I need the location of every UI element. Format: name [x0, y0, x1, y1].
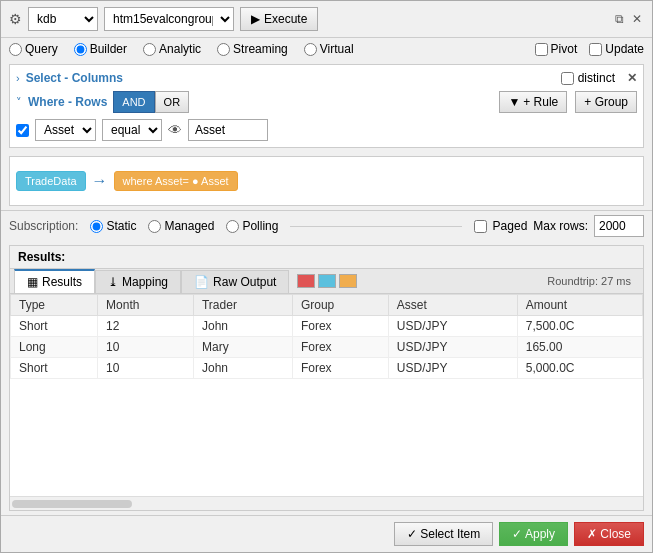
table-row[interactable]: Short10JohnForexUSD/JPY5,000.0C [11, 358, 643, 379]
pivot-checkbox-input[interactable] [535, 43, 548, 56]
subscription-label: Subscription: [9, 219, 78, 233]
bottom-buttons: ✓ Select Item ✓ Apply ✗ Close [1, 515, 652, 552]
virtual-radio[interactable]: Virtual [304, 42, 354, 56]
analytic-radio-input[interactable] [143, 43, 156, 56]
kdb-select[interactable]: kdb [28, 7, 98, 31]
table-cell: Forex [292, 358, 388, 379]
flow-arrow-icon: → [92, 172, 108, 190]
where-rows-header: ˅ Where - Rows AND OR ▼ + Rule + Group [16, 91, 637, 113]
mapping-tab-icon: ⤓ [108, 275, 118, 289]
results-section: Results: ▦ Results ⤓ Mapping 📄 Raw Outpu… [9, 245, 644, 511]
scroll-thumb[interactable] [12, 500, 132, 508]
table-cell: 10 [98, 358, 194, 379]
rule-checkbox[interactable] [16, 124, 29, 137]
table-cell: Short [11, 358, 98, 379]
divider [290, 226, 461, 227]
main-container: ⚙ kdb htm15evalcongroup ▶ Execute ⧉ ✕ Qu… [0, 0, 653, 553]
add-group-button[interactable]: + Group [575, 91, 637, 113]
table-wrapper[interactable]: Type Month Trader Group Asset Amount Sho… [10, 294, 643, 496]
distinct-area: distinct ✕ [561, 71, 637, 85]
col-month: Month [98, 295, 194, 316]
table-cell: Forex [292, 337, 388, 358]
roundtrip-label: Roundtrip: 27 ms [547, 275, 639, 287]
builder-radio[interactable]: Builder [74, 42, 127, 56]
toolbar: ⚙ kdb htm15evalcongroup ▶ Execute ⧉ ✕ [1, 1, 652, 38]
where-rows-toggle[interactable]: ˅ [16, 96, 22, 109]
static-radio-input[interactable] [90, 220, 103, 233]
table-cell: John [193, 316, 292, 337]
polling-radio-input[interactable] [226, 220, 239, 233]
update-checkbox[interactable]: Update [589, 42, 644, 56]
static-radio[interactable]: Static [90, 219, 136, 233]
rule-operator-select[interactable]: equal [102, 119, 162, 141]
table-header: Type Month Trader Group Asset Amount [11, 295, 643, 316]
table-cell: Forex [292, 316, 388, 337]
query-radio-input[interactable] [9, 43, 22, 56]
gear-icon: ⚙ [9, 11, 22, 27]
color-red [297, 274, 315, 288]
close-window-button[interactable]: ✕ [630, 12, 644, 26]
execute-button[interactable]: ▶ Execute [240, 7, 318, 31]
add-rule-button[interactable]: ▼ + Rule [499, 91, 567, 113]
restore-button[interactable]: ⧉ [612, 12, 626, 26]
table-cell: USD/JPY [388, 316, 517, 337]
managed-radio[interactable]: Managed [148, 219, 214, 233]
col-trader: Trader [193, 295, 292, 316]
table-cell: USD/JPY [388, 358, 517, 379]
table-cell: USD/JPY [388, 337, 517, 358]
where-section: ˅ Where - Rows AND OR ▼ + Rule + Group [16, 91, 637, 141]
table-cell: John [193, 358, 292, 379]
polling-radio[interactable]: Polling [226, 219, 278, 233]
trade-data-node[interactable]: TradeData [16, 171, 86, 191]
scrollbar-area[interactable] [10, 496, 643, 510]
table-cell: 7,500.0C [517, 316, 642, 337]
radio-row: Query Builder Analytic Streaming Virtual… [1, 38, 652, 60]
table-cell: 10 [98, 337, 194, 358]
query-builder: › Select - Columns distinct ✕ ˅ Where - … [9, 64, 644, 148]
update-checkbox-input[interactable] [589, 43, 602, 56]
select-columns-header: › Select - Columns distinct ✕ [16, 71, 637, 85]
tab-raw-output[interactable]: 📄 Raw Output [181, 270, 289, 293]
apply-button[interactable]: ✓ Apply [499, 522, 568, 546]
paged-checkbox[interactable] [474, 220, 487, 233]
virtual-radio-input[interactable] [304, 43, 317, 56]
rule-group-buttons: ▼ + Rule + Group [499, 91, 637, 113]
or-button[interactable]: OR [155, 91, 190, 113]
and-button[interactable]: AND [113, 91, 154, 113]
group-select[interactable]: htm15evalcongroup [104, 7, 234, 31]
table-cell: 165.00 [517, 337, 642, 358]
rule-value-input[interactable] [188, 119, 268, 141]
streaming-radio[interactable]: Streaming [217, 42, 288, 56]
builder-radio-input[interactable] [74, 43, 87, 56]
select-item-button[interactable]: ✓ Select Item [394, 522, 493, 546]
table-row[interactable]: Short12JohnForexUSD/JPY7,500.0C [11, 316, 643, 337]
rule-field-select[interactable]: Asset [35, 119, 96, 141]
table-body: Short12JohnForexUSD/JPY7,500.0CLong10Mar… [11, 316, 643, 379]
query-radio[interactable]: Query [9, 42, 58, 56]
raw-output-tab-icon: 📄 [194, 275, 209, 289]
max-rows-input[interactable] [594, 215, 644, 237]
table-cell: 5,000.0C [517, 358, 642, 379]
close-button[interactable]: ✗ Close [574, 522, 644, 546]
col-amount: Amount [517, 295, 642, 316]
col-asset: Asset [388, 295, 517, 316]
table-row[interactable]: Long10MaryForexUSD/JPY165.00 [11, 337, 643, 358]
paged-label: Paged [493, 219, 528, 233]
flow-diagram: TradeData → where Asset= ● Asset [9, 156, 644, 206]
pivot-checkbox[interactable]: Pivot [535, 42, 578, 56]
pivot-update-area: Pivot Update [535, 42, 644, 56]
mapping-tab-label: Mapping [122, 275, 168, 289]
managed-radio-input[interactable] [148, 220, 161, 233]
where-asset-node[interactable]: where Asset= ● Asset [114, 171, 238, 191]
analytic-radio[interactable]: Analytic [143, 42, 201, 56]
close-select-icon[interactable]: ✕ [627, 71, 637, 85]
tab-results[interactable]: ▦ Results [14, 269, 95, 293]
tab-mapping[interactable]: ⤓ Mapping [95, 270, 181, 293]
distinct-label: distinct [578, 71, 615, 85]
select-columns-toggle[interactable]: › [16, 72, 20, 84]
execute-icon: ▶ [251, 12, 260, 26]
distinct-checkbox[interactable] [561, 72, 574, 85]
where-rows-title: Where - Rows [28, 95, 107, 109]
execute-label: Execute [264, 12, 307, 26]
streaming-radio-input[interactable] [217, 43, 230, 56]
